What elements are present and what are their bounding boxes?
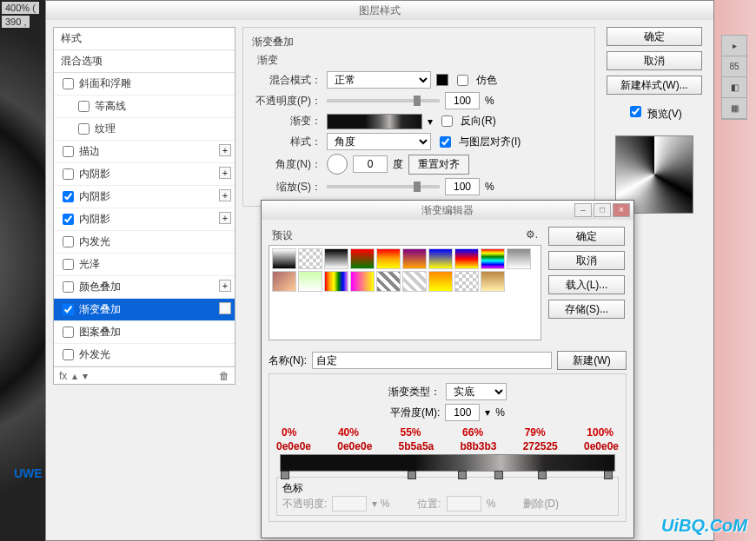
scale-slider[interactable] [327, 185, 440, 188]
preset-swatch[interactable] [428, 248, 453, 269]
ge-load-button[interactable]: 载入(L)... [548, 275, 625, 294]
dropdown-icon[interactable]: ▾ [485, 406, 490, 419]
style-checkbox[interactable] [63, 214, 74, 225]
style-item[interactable]: 颜色叠加+ [54, 276, 235, 299]
preset-swatch[interactable] [272, 248, 296, 269]
new-gradient-button[interactable]: 新建(W) [557, 351, 627, 370]
reverse-checkbox[interactable] [441, 115, 453, 127]
ok-button[interactable]: 确定 [607, 27, 702, 46]
style-checkbox[interactable] [63, 78, 74, 89]
preset-swatch[interactable] [350, 271, 375, 292]
smoothness-input[interactable] [445, 404, 480, 421]
style-item[interactable]: 纹理 [54, 118, 235, 141]
align-checkbox[interactable] [440, 136, 451, 148]
name-input[interactable] [312, 352, 552, 369]
preset-swatch[interactable] [402, 248, 427, 269]
preset-grid[interactable] [269, 245, 541, 340]
blend-options-header[interactable]: 混合选项 [54, 50, 235, 73]
color-stop[interactable] [538, 471, 547, 479]
blend-mode-select[interactable]: 正常 [327, 71, 431, 89]
style-checkbox[interactable] [63, 259, 74, 270]
add-effect-icon[interactable]: + [219, 167, 231, 179]
style-checkbox[interactable] [78, 123, 90, 135]
tool-icon[interactable]: ◧ [722, 77, 746, 98]
color-stop[interactable] [494, 471, 503, 479]
gradient-swatch[interactable] [327, 114, 422, 129]
add-effect-icon[interactable]: + [219, 280, 231, 292]
style-item[interactable]: 内发光 [54, 231, 235, 254]
preset-swatch[interactable] [376, 271, 401, 292]
color-stop[interactable] [408, 471, 416, 479]
preset-swatch[interactable] [324, 248, 348, 269]
ge-cancel-button[interactable]: 取消 [548, 251, 625, 270]
style-item[interactable]: 描边+ [54, 141, 235, 163]
cancel-button[interactable]: 取消 [607, 51, 702, 70]
new-style-button[interactable]: 新建样式(W)... [607, 76, 702, 95]
preset-swatch[interactable] [454, 271, 479, 292]
arrow-down-icon[interactable]: ▾ [83, 370, 88, 382]
preset-swatch[interactable] [298, 248, 322, 269]
preset-swatch[interactable] [324, 271, 348, 292]
tool-icon[interactable]: ▦ [722, 98, 746, 119]
style-item[interactable]: 光泽 [54, 254, 235, 276]
grad-type-select[interactable]: 实底 [446, 383, 507, 400]
style-checkbox[interactable] [78, 101, 90, 112]
color-stop[interactable] [458, 471, 467, 479]
preset-swatch[interactable] [298, 271, 322, 292]
preset-swatch[interactable] [402, 271, 427, 292]
maximize-button[interactable]: □ [594, 203, 611, 217]
preset-swatch[interactable] [350, 248, 375, 269]
preset-swatch[interactable] [481, 248, 505, 269]
ge-save-button[interactable]: 存储(S)... [548, 300, 625, 319]
dropdown-icon[interactable]: ▾ [428, 115, 433, 128]
style-select[interactable]: 角度 [327, 133, 431, 150]
add-effect-icon[interactable]: + [219, 212, 231, 224]
style-item[interactable]: 图案叠加 [54, 321, 235, 344]
style-item[interactable]: 内阴影+ [54, 163, 235, 186]
preset-swatch[interactable] [507, 248, 531, 269]
angle-dial[interactable] [327, 154, 348, 175]
style-checkbox[interactable] [63, 349, 74, 360]
style-item[interactable]: 等高线 [54, 96, 235, 118]
ge-ok-button[interactable]: 确定 [548, 227, 625, 246]
close-button[interactable]: × [613, 203, 630, 217]
style-item[interactable]: 斜面和浮雕 [54, 73, 235, 96]
arrow-up-icon[interactable]: ▴ [72, 370, 77, 382]
opacity-slider[interactable] [327, 99, 440, 102]
tool-icon[interactable]: 85 [722, 56, 746, 77]
style-item[interactable]: 内阴影+ [54, 186, 235, 208]
trash-icon[interactable]: 🗑 [219, 370, 229, 382]
preset-swatch[interactable] [428, 271, 453, 292]
style-checkbox[interactable] [63, 168, 74, 180]
color-stop[interactable] [604, 471, 613, 479]
color-swatch[interactable] [436, 74, 448, 86]
dither-checkbox[interactable] [457, 75, 468, 86]
style-checkbox[interactable] [63, 191, 74, 202]
preview-checkbox[interactable] [630, 106, 641, 117]
style-checkbox[interactable] [63, 146, 74, 157]
style-checkbox[interactable] [63, 327, 74, 338]
scale-input[interactable] [445, 178, 480, 195]
minimize-button[interactable]: – [574, 203, 592, 217]
preset-swatch[interactable] [376, 248, 401, 269]
styles-header[interactable]: 样式 [54, 28, 235, 50]
add-effect-icon[interactable]: + [219, 189, 231, 201]
preset-swatch[interactable] [481, 271, 505, 292]
gradient-bar[interactable] [280, 454, 615, 472]
fx-icon[interactable]: fx [59, 370, 67, 382]
angle-input[interactable] [353, 155, 388, 173]
style-item[interactable]: 外发光 [54, 344, 235, 366]
preset-swatch[interactable] [454, 248, 479, 269]
style-checkbox[interactable] [63, 304, 74, 315]
style-checkbox[interactable] [63, 281, 74, 293]
tool-icon[interactable]: ▸ [722, 36, 746, 56]
preset-swatch[interactable] [272, 271, 296, 292]
style-item[interactable]: 内阴影+ [54, 208, 235, 231]
color-stop[interactable] [281, 471, 289, 479]
reset-align-button[interactable]: 重置对齐 [408, 155, 469, 175]
gear-icon[interactable]: ⚙. [526, 228, 538, 243]
style-checkbox[interactable] [63, 236, 74, 247]
opacity-input[interactable] [445, 92, 480, 109]
add-effect-icon[interactable]: + [219, 144, 231, 156]
style-item[interactable]: 渐变叠加+ [54, 299, 235, 321]
